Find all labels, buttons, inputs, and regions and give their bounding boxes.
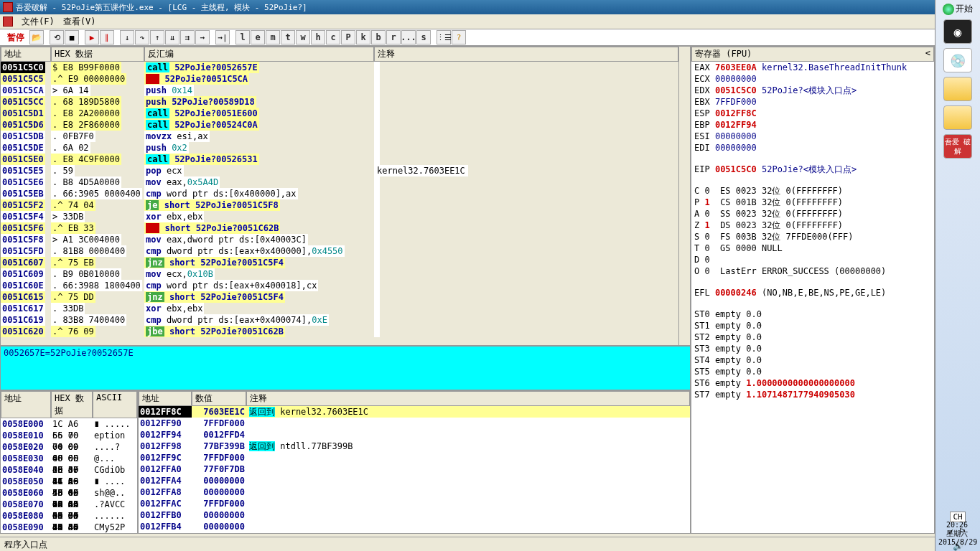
- flag-row[interactable]: C 0 ES 0023 32位 0(FFFFFFFF): [694, 185, 931, 197]
- cpu-disasm[interactable]: movzx esi,ax: [144, 131, 210, 142]
- cpu-hex[interactable]: . B8 4D5A0000: [51, 176, 121, 188]
- toolbar-letter-s[interactable]: s: [416, 30, 431, 44]
- clock[interactable]: 20:26 星期六 2015/8/29: [938, 521, 976, 547]
- dump-row[interactable]: 0058E08000 00 00 00 1C A6 56 00 00 00 00…: [1, 510, 137, 522]
- stack-row[interactable]: 0012FFA800000000: [139, 486, 690, 498]
- cpu-addr[interactable]: 0051C620: [1, 326, 45, 337]
- cpu-addr[interactable]: 0051C5F6: [1, 222, 45, 234]
- menu-file[interactable]: 文件(F): [22, 16, 55, 28]
- cpu-disasm[interactable]: jnz short 52PoJie?0051C5F4: [144, 291, 285, 303]
- disk-icon[interactable]: 💿: [943, 48, 972, 72]
- register-EDX[interactable]: EDX 0051C5C0 52PoJie?<模块入口点>: [694, 85, 931, 96]
- dump-header-ascii[interactable]: ASCII: [93, 391, 137, 418]
- dump-row[interactable]: 0058E04043 47 64 69 4F 62 6A 65 63 74 40…: [1, 464, 137, 476]
- cpu-comment[interactable]: [374, 85, 380, 96]
- register-ECX[interactable]: ECX 00000000: [694, 73, 931, 85]
- cpu-comment[interactable]: [374, 291, 380, 303]
- register-EAX[interactable]: EAX 7603EE0A kernel32.BaseThreadInitThun…: [694, 62, 931, 73]
- cpu-addr[interactable]: 0051C5E6: [1, 176, 45, 188]
- cpu-addr[interactable]: 0051C5C0: [1, 62, 45, 73]
- cpu-addr[interactable]: 0051C5CA: [1, 85, 45, 96]
- toolbar-letter-c[interactable]: c: [326, 30, 340, 44]
- cpu-comment[interactable]: [374, 326, 380, 337]
- options-icon[interactable]: ⋮☰: [437, 30, 451, 44]
- cpu-disasm[interactable]: push 52PoJie?00589D18: [144, 96, 256, 108]
- cpu-hex[interactable]: .^ 75 EB: [51, 257, 95, 268]
- menu-view[interactable]: 查看(V): [63, 16, 96, 28]
- dump-row[interactable]: 0058E06073 68 40 40 2E 3F 41 56 1C A6 56…: [1, 487, 137, 499]
- cpu-comment[interactable]: [374, 199, 380, 211]
- efl-row[interactable]: EFL 00000246 (NO,NB,E,BE,NS,PE,GE,LE): [694, 287, 931, 298]
- cpu-disasm[interactable]: push 0x2: [144, 142, 189, 154]
- goto-icon[interactable]: →|: [215, 30, 230, 44]
- fpu-row[interactable]: ST0 empty 0.0: [694, 309, 931, 320]
- dump-row[interactable]: 0058E0001C A6 56 00 00 00 00 00 2E 50 41…: [1, 418, 137, 430]
- trace-into-icon[interactable]: ⇊: [165, 30, 179, 44]
- header-disasm[interactable]: 反汇编: [144, 47, 374, 62]
- dump-row[interactable]: 0058E09043 4D 79 35 32 50 6F 4A 69 65 35…: [1, 522, 137, 533]
- cpu-addr[interactable]: 0051C5CC: [1, 96, 45, 108]
- folder-icon[interactable]: [943, 105, 972, 130]
- trace-over-icon[interactable]: ⇉: [180, 30, 195, 44]
- cpu-addr[interactable]: 0051C5C5: [1, 73, 45, 85]
- toolbar-letter-w[interactable]: w: [296, 30, 310, 44]
- obs-icon[interactable]: ◉: [943, 19, 972, 44]
- cpu-comment[interactable]: [374, 188, 380, 199]
- cpu-hex[interactable]: . 59: [51, 165, 75, 176]
- cpu-addr[interactable]: 0051C5DE: [1, 142, 45, 154]
- stack-row[interactable]: 0012FF9C7FFDF000: [139, 452, 690, 463]
- help-icon[interactable]: ?: [452, 30, 466, 44]
- flag-row[interactable]: S 0 FS 003B 32位 7FFDE000(FFF): [694, 231, 931, 242]
- cpu-hex[interactable]: .^ 74 04: [51, 199, 95, 211]
- pause-icon[interactable]: ∥: [100, 30, 114, 44]
- cpu-addr[interactable]: 0051C615: [1, 291, 45, 303]
- stack-row[interactable]: 0012FFAC7FFDF000: [139, 498, 690, 509]
- cpu-disasm[interactable]: call 52PoJie?00526531: [144, 154, 259, 165]
- cpu-hex[interactable]: .^ 75 DD: [51, 291, 95, 303]
- cpu-disasm[interactable]: call 52PoJie?00524C0A: [144, 119, 259, 131]
- stack-row[interactable]: 0012FF8C7603EE1C返回到 kernel32.7603EE1C: [139, 406, 690, 418]
- run-to-icon[interactable]: →: [195, 30, 210, 44]
- scrollbar-disasm[interactable]: [678, 47, 690, 345]
- cpu-hex[interactable]: . 0FB7F0: [51, 131, 95, 142]
- cpu-hex[interactable]: . B9 0B010000: [51, 268, 121, 280]
- cpu-hex[interactable]: > 6A 14: [51, 85, 90, 96]
- fpu-row[interactable]: ST5 empty 0.0: [694, 366, 931, 377]
- cpu-disasm[interactable]: je short 52PoJie?0051C5F8: [144, 199, 280, 211]
- header-comment[interactable]: 注释: [374, 47, 678, 62]
- dump-row[interactable]: 0058E02000 00 00 00 2E 3F 41 56 43 4F 62…: [1, 441, 137, 453]
- cpu-disasm[interactable]: jnz short 52PoJie?0051C5F4: [144, 257, 285, 268]
- dump-row[interactable]: 0058E0501C A6 56 00 00 00 00 00 2E 3F 41…: [1, 476, 137, 487]
- restart-icon[interactable]: ⟲: [50, 30, 64, 44]
- cpu-disasm[interactable]: mov eax,dword ptr ds:[0x40003C]: [144, 234, 308, 245]
- fpu-row[interactable]: ST3 empty 0.0: [694, 343, 931, 354]
- cpu-comment[interactable]: [374, 176, 380, 188]
- cpu-addr[interactable]: 0051C5E0: [1, 154, 45, 165]
- toolbar-letter-l[interactable]: l: [235, 30, 250, 44]
- cpu-disasm[interactable]: mov ecx,0x10B: [144, 268, 215, 280]
- cpu-comment[interactable]: [374, 142, 380, 154]
- toolbar-letter-m[interactable]: m: [266, 30, 280, 44]
- cpu-disasm[interactable]: xor ebx,ebx: [144, 211, 204, 222]
- cpu-addr[interactable]: 0051C5E5: [1, 165, 45, 176]
- stack-row[interactable]: 0012FF9877BF399B返回到 ntdll.77BF399B: [139, 441, 690, 452]
- dump-row[interactable]: 0058E0702E 3F 41 56 43 44 6C 67 54 65 72…: [1, 499, 137, 510]
- cpu-comment[interactable]: [374, 268, 380, 280]
- cpu-hex[interactable]: . 68 189D5800: [51, 96, 121, 108]
- cpu-addr[interactable]: 0051C609: [1, 268, 45, 280]
- cpu-disasm[interactable]: cmp dword ptr ds:[eax+0x400074],0xE: [144, 314, 329, 326]
- cpu-hex[interactable]: . 66:3988 1800400: [51, 280, 142, 291]
- stack-row[interactable]: 0012FF940012FFD4: [139, 429, 690, 441]
- toolbar-letter-e[interactable]: e: [251, 30, 265, 44]
- header-address[interactable]: 地址: [1, 47, 51, 62]
- cpu-disasm[interactable]: cmp word ptr ds:[0x400000],ax: [144, 188, 298, 199]
- cpu-addr[interactable]: 0051C5F2: [1, 199, 45, 211]
- register-EBX[interactable]: EBX 7FFDF000: [694, 96, 931, 108]
- cpu-addr[interactable]: 0051C5D1: [1, 108, 45, 119]
- cpu-hex[interactable]: .^ EB 33: [51, 222, 95, 234]
- flag-row[interactable]: P 1 CS 001B 32位 0(FFFFFFFF): [694, 197, 931, 208]
- fpu-row[interactable]: ST7 empty 1.1071487177940905030: [694, 389, 931, 400]
- step-out-icon[interactable]: ↑: [150, 30, 164, 44]
- stack-pane[interactable]: 地址 数值 注释 0012FF8C7603EE1C返回到 kernel32.76…: [138, 390, 691, 534]
- start-button[interactable]: 开始: [943, 3, 973, 15]
